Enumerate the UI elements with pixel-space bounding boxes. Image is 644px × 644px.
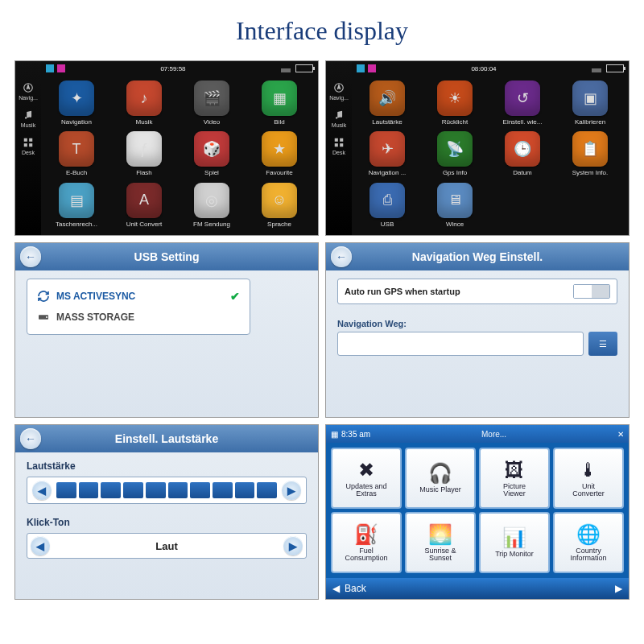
volume-segment [190, 482, 210, 498]
app-label: Navigation ... [369, 169, 407, 176]
more-app-tile[interactable]: ⛽Fuel Consumption [331, 512, 402, 573]
more-app-tile[interactable]: 🌐Country Information [553, 512, 624, 573]
usb-option[interactable]: MS ACTIVESYNC✔ [35, 286, 242, 307]
home1-sidebar: Navig...MusikDesk [15, 61, 41, 235]
sidebar-item[interactable]: Desk [326, 132, 352, 159]
volume-segment [56, 482, 76, 498]
app-tile[interactable]: ↺Einstell. wie... [490, 80, 555, 128]
panel-header: ← Einstell. Lautstärke [15, 425, 318, 452]
sidebar-item-label: Desk [22, 150, 35, 155]
back-label[interactable]: Back [345, 583, 366, 594]
app-icon: ✦ [59, 80, 94, 116]
grid-icon [23, 137, 34, 148]
more-app-tile[interactable]: 🖼Picture Viewer [479, 448, 550, 509]
signal-icon [592, 64, 601, 72]
app-tile[interactable]: ▦Bild [247, 80, 312, 128]
home2-app-grid: 🔊Lautstärke☀Rücklicht↺Einstell. wie...▣K… [352, 76, 629, 235]
app-tile[interactable]: AUnit Convert [112, 183, 176, 230]
usb-setting-screen: ← USB Setting MS ACTIVESYNC✔MASS STORAGE [14, 242, 319, 418]
volume-setting-screen: ← Einstell. Lautstärke Lautstärke ◀ ▶ Kl… [14, 424, 319, 600]
app-tile[interactable]: ☺Sprache [247, 183, 312, 230]
app-tile[interactable]: ✦Navigation [44, 80, 109, 128]
app-icon: 🌅 [428, 523, 452, 546]
svg-rect-15 [340, 143, 343, 147]
more-app-tile[interactable]: 📊Trip Monitor [479, 512, 550, 573]
app-icon: 🌡 [579, 459, 598, 481]
app-tile[interactable]: TE-Buch [44, 131, 109, 179]
svg-rect-14 [335, 143, 338, 147]
app-icon: ✖ [358, 459, 374, 481]
app-tile[interactable]: ♪Musik [112, 80, 176, 128]
more-app-tile[interactable]: ✖Updates and Extras [331, 448, 402, 509]
volume-segment [213, 482, 233, 498]
app-icon: 🎲 [194, 131, 229, 167]
app-icon: A [126, 183, 162, 218]
back-button[interactable]: ← [20, 246, 41, 267]
usb-option[interactable]: MASS STORAGE [35, 307, 242, 328]
drive-icon [37, 311, 50, 324]
panel-header: ← Navigation Weg Einstell. [326, 243, 629, 270]
app-tile[interactable]: ☀Rücklicht [423, 80, 487, 128]
usb-option-list: MS ACTIVESYNC✔MASS STORAGE [27, 279, 250, 335]
app-tile[interactable]: ▣Kalibrieren [558, 80, 622, 128]
click-tone-next-button[interactable]: ▶ [283, 536, 303, 555]
app-label: Navigation [61, 118, 92, 126]
volume-down-button[interactable]: ◀ [32, 481, 52, 500]
volume-slider[interactable] [56, 482, 277, 498]
home-screen-1: Navig...MusikDesk 07:59:58 ✦Navigation♪M… [14, 60, 319, 236]
sidebar-item[interactable]: Musik [326, 105, 352, 132]
more-app-tile[interactable]: 🌡Unit Converter [553, 448, 624, 509]
back-button[interactable]: ← [331, 246, 352, 267]
click-tone-prev-button[interactable]: ◀ [31, 536, 50, 555]
battery-icon [295, 64, 313, 72]
app-tile[interactable]: ▤Taschenrech... [44, 183, 109, 230]
app-tile[interactable]: 🎲Spiel [180, 131, 244, 179]
back-icon[interactable]: ◀ [332, 583, 340, 594]
more-app-tile[interactable]: 🌅Sunrise & Sunset [405, 512, 476, 573]
forward-icon[interactable]: ▶ [615, 583, 622, 594]
sidebar-item[interactable]: Navig... [15, 77, 41, 105]
option-label: MASS STORAGE [56, 312, 134, 323]
app-label: Favourite [266, 169, 292, 176]
svg-rect-7 [29, 143, 32, 147]
volume-segment [79, 482, 99, 498]
app-label: Sprache [267, 221, 291, 228]
svg-point-10 [336, 117, 337, 118]
sidebar-item[interactable]: Musik [15, 105, 41, 132]
app-tile[interactable]: ⎙USB [355, 183, 419, 230]
app-icon: ⛽ [354, 523, 378, 546]
sidebar-item[interactable]: Navig... [326, 77, 352, 105]
volume-up-button[interactable]: ▶ [282, 481, 301, 500]
sync-icon [37, 290, 50, 303]
system-logo-icon: ▦ [331, 430, 338, 439]
app-tile[interactable]: 🕒Datum [490, 131, 555, 179]
app-tile[interactable]: ƒFlash [112, 131, 176, 179]
app-icon: ▦ [262, 80, 297, 116]
autorun-gps-toggle[interactable] [573, 284, 610, 299]
status-chip [368, 64, 376, 72]
page-title: Interface display [0, 0, 644, 60]
browse-button[interactable]: ☰ [588, 332, 617, 356]
app-icon: ♪ [126, 80, 162, 116]
app-tile[interactable]: 🔊Lautstärke [355, 80, 419, 128]
app-tile[interactable]: 🖥Wince [423, 183, 487, 230]
app-icon: 📡 [437, 131, 473, 167]
clock: 08:00:04 [471, 65, 496, 72]
back-button[interactable]: ← [20, 428, 41, 449]
app-tile[interactable]: ★Favourite [247, 131, 312, 179]
app-tile[interactable]: ◎FM Sendung [180, 183, 244, 230]
app-label: Country Information [570, 547, 606, 563]
app-tile[interactable]: 🎬Video [180, 80, 244, 128]
app-tile[interactable]: 📡Gps Info [423, 131, 487, 179]
more-app-tile[interactable]: 🎧Music Player [405, 448, 476, 509]
app-icon: ƒ [126, 131, 162, 167]
app-label: FM Sendung [193, 221, 230, 228]
music-icon [333, 109, 345, 121]
app-label: USB [381, 221, 394, 228]
navigation-path-field[interactable] [337, 332, 584, 356]
app-label: Video [204, 118, 220, 126]
close-icon[interactable]: ✕ [617, 430, 624, 439]
app-tile[interactable]: ✈Navigation ... [355, 131, 419, 179]
sidebar-item[interactable]: Desk [15, 132, 41, 159]
app-tile[interactable]: 📋System Info. [558, 131, 622, 179]
